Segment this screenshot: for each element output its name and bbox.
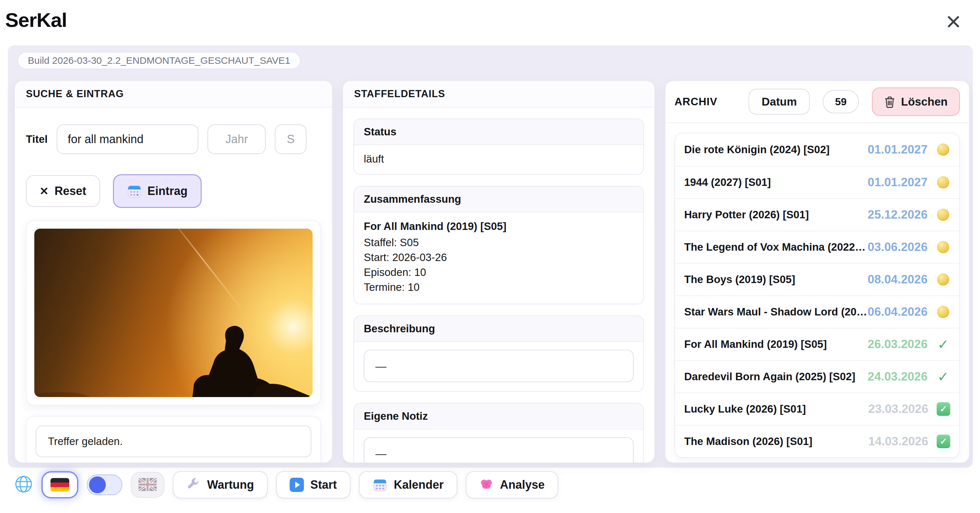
archive-item-title: The Boys (2019) [S05] [684, 273, 868, 286]
toggle-knob [89, 476, 106, 493]
details-panel-header: STAFFELDETAILS [343, 81, 654, 108]
archive-row[interactable]: Lucky Luke (2026) [S01]23.03.2026 [675, 392, 959, 425]
note-card: Eigene Notiz — [353, 403, 644, 463]
archive-item-date: 06.04.2026 [868, 305, 928, 319]
calendar-icon [127, 184, 142, 199]
eintrag-button[interactable]: Eintrag [113, 174, 202, 208]
status-pending-icon [936, 273, 950, 286]
build-badge: Build 2026-03-30_2.2_ENDMONTAGE_GESCHAUT… [18, 52, 301, 69]
uk-flag-icon [138, 478, 157, 492]
status-pending-icon [936, 209, 950, 221]
result-message: Treffer geladen. [36, 425, 311, 457]
close-icon [945, 26, 962, 31]
archive-item-title: The Legend of Vox Machina (2022)… [684, 241, 868, 253]
archive-item-date: 14.03.2026 [868, 435, 928, 448]
language-english-button[interactable] [131, 472, 164, 498]
archive-item-date: 23.03.2026 [868, 402, 928, 416]
search-panel-title: SUCHE & EINTRAG [26, 88, 124, 100]
archive-list[interactable]: Die rote Königin (2024) [S02]01.01.2027 … [675, 133, 960, 458]
status-watched-icon [936, 369, 950, 385]
archive-header: ARCHIV Datum 59 Löschen [665, 81, 969, 123]
search-panel: SUCHE & EINTRAG Titel ✕ Reset Eintrag [14, 80, 333, 463]
summary-line: Episoden: 10 [364, 265, 634, 280]
german-flag-icon [51, 478, 69, 492]
start-button[interactable]: Start [276, 471, 350, 499]
status-pending-icon [936, 241, 950, 253]
archive-item-date: 01.01.2027 [868, 143, 928, 156]
status-pending-icon [936, 176, 950, 188]
result-card: Treffer geladen. [26, 416, 321, 463]
delete-button[interactable]: Löschen [872, 88, 960, 116]
details-panel-title: STAFFELDETAILS [354, 88, 445, 100]
description-card-title: Beschreibung [354, 316, 643, 342]
poster-image [34, 229, 313, 397]
archive-row[interactable]: Daredevil Born Again (2025) [S02]24.03.2… [675, 360, 959, 392]
archive-item-date: 08.04.2026 [868, 273, 928, 286]
kalender-button[interactable]: Kalender [359, 471, 457, 499]
titel-label: Titel [26, 133, 48, 145]
status-card: Status läuft [353, 118, 644, 175]
jahr-input[interactable] [207, 124, 266, 154]
summary-card-title: Zusammenfassung [354, 186, 643, 212]
archive-row[interactable]: Star Wars Maul - Shadow Lord (20…06.04.2… [675, 295, 959, 328]
archive-row[interactable]: 1944 (2027) [S01]01.01.2027 [675, 166, 959, 198]
language-toggle[interactable] [87, 475, 123, 495]
archive-item-date: 03.06.2026 [868, 240, 928, 254]
wrench-icon [186, 478, 200, 492]
archive-row[interactable]: Harry Potter (2026) [S01]25.12.2026 [675, 198, 959, 231]
archive-item-date: 25.12.2026 [868, 208, 928, 221]
app-title: SerKal [5, 8, 67, 32]
analyse-button[interactable]: Analyse [466, 471, 558, 499]
play-icon [290, 478, 304, 492]
archive-panel-title: ARCHIV [675, 96, 718, 108]
poster-card [26, 220, 321, 405]
summary-show-title: For All Mankind (2019) [S05] [364, 220, 634, 233]
wartung-button[interactable]: Wartung [173, 471, 268, 499]
note-card-title: Eigene Notiz [354, 403, 643, 429]
summary-line: Start: 2026-03-26 [364, 250, 634, 265]
archive-item-title: Star Wars Maul - Shadow Lord (20… [684, 306, 868, 318]
note-value: — [364, 437, 634, 463]
archive-item-title: Harry Potter (2026) [S01] [684, 209, 868, 221]
archive-item-title: Die rote Königin (2024) [S02] [684, 143, 868, 156]
trash-icon [884, 96, 895, 108]
summary-line: Termine: 10 [364, 280, 634, 295]
app-header: SerKal [0, 0, 980, 45]
reset-button[interactable]: ✕ Reset [26, 175, 100, 207]
language-german-button[interactable] [41, 471, 78, 499]
description-value: — [364, 350, 634, 382]
main-container: Build 2026-03-30_2.2_ENDMONTAGE_GESCHAUT… [8, 45, 973, 468]
status-done-icon [937, 402, 950, 416]
archive-item-date: 01.01.2027 [868, 175, 928, 189]
archive-item-date: 26.03.2026 [868, 338, 928, 351]
summary-line: Staffel: S05 [364, 235, 634, 250]
archive-item-title: Daredevil Born Again (2025) [S02] [684, 371, 868, 383]
status-pending-icon [936, 143, 950, 156]
status-done-icon [937, 435, 950, 448]
archive-count-badge: 59 [823, 90, 859, 113]
archive-item-title: 1944 (2027) [S01] [684, 176, 868, 188]
close-button[interactable] [944, 13, 963, 31]
brain-icon [479, 478, 493, 492]
archive-panel: ARCHIV Datum 59 Löschen Die rote Königin… [665, 80, 970, 463]
sort-datum-button[interactable]: Datum [749, 89, 810, 115]
status-watched-icon [936, 336, 950, 352]
archive-row[interactable]: For All Mankind (2019) [S05]26.03.2026 [675, 328, 959, 360]
archive-item-title: For All Mankind (2019) [S05] [684, 338, 868, 350]
archive-row[interactable]: The Legend of Vox Machina (2022)…03.06.2… [675, 231, 959, 263]
search-panel-header: SUCHE & EINTRAG [15, 81, 332, 108]
globe-icon [14, 475, 33, 495]
status-value: läuft [354, 145, 643, 174]
archive-item-date: 24.03.2026 [868, 370, 928, 384]
status-card-title: Status [354, 119, 643, 145]
archive-item-title: The Madison (2026) [S01] [684, 435, 868, 448]
archive-row[interactable]: The Madison (2026) [S01]14.03.2026 [675, 425, 959, 457]
archive-item-title: Lucky Luke (2026) [S01] [684, 403, 868, 415]
summary-card: Zusammenfassung For All Mankind (2019) [… [353, 186, 644, 304]
archive-row[interactable]: The Boys (2019) [S05]08.04.2026 [675, 263, 959, 295]
staffel-input[interactable] [275, 124, 307, 154]
bottom-toolbar: Wartung Start Kalender Analyse [14, 471, 558, 499]
archive-row[interactable]: Die rote Königin (2024) [S02]01.01.2027 [675, 134, 959, 166]
titel-input[interactable] [57, 124, 198, 154]
calendar-icon [372, 477, 387, 492]
